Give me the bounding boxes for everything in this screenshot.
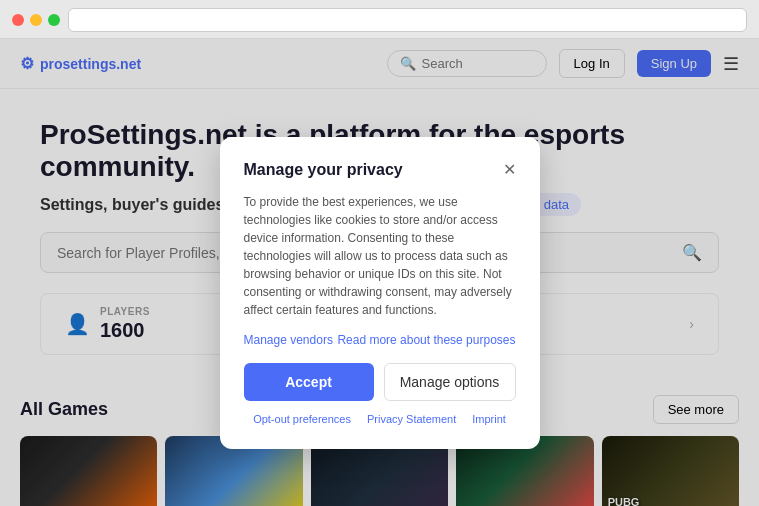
dialog-close-button[interactable]: ✕ [503,162,516,178]
manage-vendors-link[interactable]: Manage vendors [244,333,333,347]
accept-button[interactable]: Accept [244,363,374,401]
page: ⚙ prosettings.net 🔍 Log In Sign Up ☰ Pro… [0,39,759,506]
privacy-overlay: Manage your privacy ✕ To provide the bes… [0,39,759,506]
imprint-link[interactable]: Imprint [472,413,506,425]
privacy-statement-link[interactable]: Privacy Statement [367,413,456,425]
traffic-lights [12,14,60,26]
privacy-dialog: Manage your privacy ✕ To provide the bes… [220,137,540,449]
read-more-link[interactable]: Read more about these purposes [337,333,515,347]
opt-out-link[interactable]: Opt-out preferences [253,413,351,425]
dialog-footer: Opt-out preferences Privacy Statement Im… [244,413,516,425]
dialog-actions: Accept Manage options [244,363,516,401]
minimize-button[interactable] [30,14,42,26]
address-bar[interactable] [68,8,747,32]
dialog-title: Manage your privacy [244,161,403,179]
dialog-links: Manage vendors Read more about these pur… [244,333,516,347]
browser-chrome [0,0,759,39]
manage-options-button[interactable]: Manage options [384,363,516,401]
dialog-body: To provide the best experiences, we use … [244,193,516,319]
fullscreen-button[interactable] [48,14,60,26]
dialog-header: Manage your privacy ✕ [244,161,516,179]
close-button[interactable] [12,14,24,26]
